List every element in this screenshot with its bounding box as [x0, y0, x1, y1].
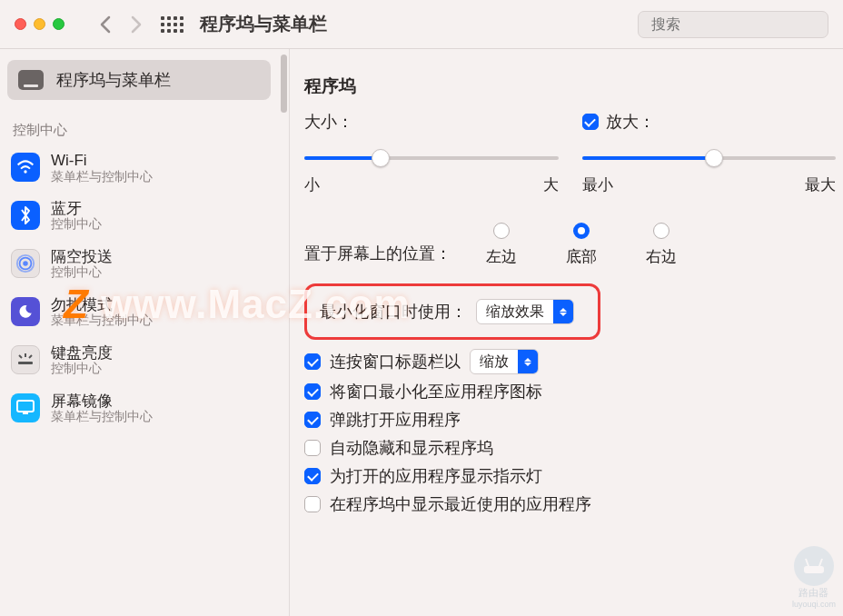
- minimize-effect-select[interactable]: 缩放效果: [476, 299, 574, 324]
- opt-bounce-open[interactable]: 弹跳打开应用程序: [304, 409, 836, 431]
- dock-icon: [18, 70, 44, 90]
- sidebar-item-dnd[interactable]: 勿扰模式菜单栏与控制中心: [0, 289, 271, 337]
- back-button[interactable]: [90, 12, 121, 37]
- position-label: 置于屏幕上的位置：: [304, 223, 468, 264]
- svg-point-2: [24, 171, 26, 174]
- svg-line-9: [29, 355, 32, 358]
- minimize-effect-row: 最小化窗口时使用： 缩放效果: [304, 283, 600, 340]
- opt-autohide-dock[interactable]: 自动隐藏和显示程序坞: [304, 437, 836, 459]
- keyboard-brightness-icon: [11, 345, 40, 374]
- chevron-updown-icon: [553, 300, 573, 323]
- window-toolbar: 程序坞与菜单栏: [0, 0, 843, 49]
- sidebar-item-screen-mirroring[interactable]: 屏幕镜像菜单栏与控制中心: [0, 385, 271, 433]
- dblclick-row: 连按窗口标题栏以 缩放: [304, 349, 836, 374]
- svg-rect-6: [18, 362, 33, 364]
- sidebar-selected-label: 程序坞与菜单栏: [56, 69, 171, 91]
- fullscreen-button[interactable]: [53, 18, 64, 30]
- size-slider[interactable]: [304, 149, 559, 167]
- moon-icon: [11, 297, 40, 326]
- opt-show-indicator[interactable]: 为打开的应用程序显示指示灯: [304, 465, 836, 487]
- search-field[interactable]: [638, 11, 828, 38]
- sidebar: 程序坞与菜单栏 控制中心 Wi-Fi菜单栏与控制中心 蓝牙控制中心 隔空投送控制…: [0, 49, 278, 616]
- section-title: 程序坞: [304, 75, 836, 98]
- search-input[interactable]: [651, 16, 833, 33]
- opt-minimize-to-app-icon[interactable]: 将窗口最小化至应用程序图标: [304, 381, 836, 402]
- airdrop-icon: [11, 249, 40, 278]
- chevron-right-icon: [130, 15, 143, 34]
- position-option-left[interactable]: 左边: [486, 223, 517, 267]
- minimize-button[interactable]: [34, 18, 45, 30]
- magnify-slider[interactable]: [582, 149, 837, 167]
- scrollbar[interactable]: [278, 49, 289, 616]
- sidebar-item-keyboard-brightness[interactable]: 键盘亮度控制中心: [0, 337, 271, 385]
- opt-show-recent[interactable]: 在程序坞中显示最近使用的应用程序: [304, 493, 836, 515]
- chevron-left-icon: [99, 15, 112, 34]
- forward-button[interactable]: [121, 12, 152, 37]
- minimize-effect-label: 最小化窗口时使用：: [320, 301, 467, 323]
- svg-rect-10: [17, 401, 34, 412]
- dblclick-select[interactable]: 缩放: [470, 349, 539, 374]
- show-all-icon[interactable]: [161, 16, 183, 33]
- svg-rect-11: [23, 412, 28, 414]
- position-option-bottom[interactable]: 底部: [566, 223, 597, 267]
- magnify-label: 放大：: [606, 111, 655, 133]
- sidebar-item-airdrop[interactable]: 隔空投送控制中心: [0, 241, 271, 289]
- svg-line-8: [19, 355, 22, 358]
- chevron-updown-icon: [518, 350, 538, 373]
- content-pane: 程序坞 大小： 小大 放大： 最小最大 置于屏幕上的位置: [289, 49, 843, 616]
- sidebar-section-header: 控制中心: [0, 118, 271, 144]
- position-option-right[interactable]: 右边: [646, 223, 677, 267]
- dblclick-checkbox[interactable]: [304, 353, 321, 370]
- screen-mirroring-icon: [11, 393, 40, 422]
- magnify-checkbox[interactable]: [582, 114, 599, 130]
- size-slider-block: 大小： 小大: [304, 111, 559, 195]
- bluetooth-icon: [11, 201, 40, 230]
- sidebar-item-wifi[interactable]: Wi-Fi菜单栏与控制中心: [0, 144, 271, 193]
- wifi-icon: [11, 153, 40, 182]
- sidebar-item-bluetooth[interactable]: 蓝牙控制中心: [0, 193, 271, 241]
- window-title: 程序坞与菜单栏: [200, 12, 327, 36]
- svg-point-3: [23, 262, 28, 267]
- window-controls: [15, 18, 64, 30]
- size-label: 大小：: [304, 111, 353, 133]
- sidebar-item-dock-menubar[interactable]: 程序坞与菜单栏: [7, 60, 271, 100]
- close-button[interactable]: [15, 18, 26, 30]
- magnify-slider-block: 放大： 最小最大: [582, 111, 837, 195]
